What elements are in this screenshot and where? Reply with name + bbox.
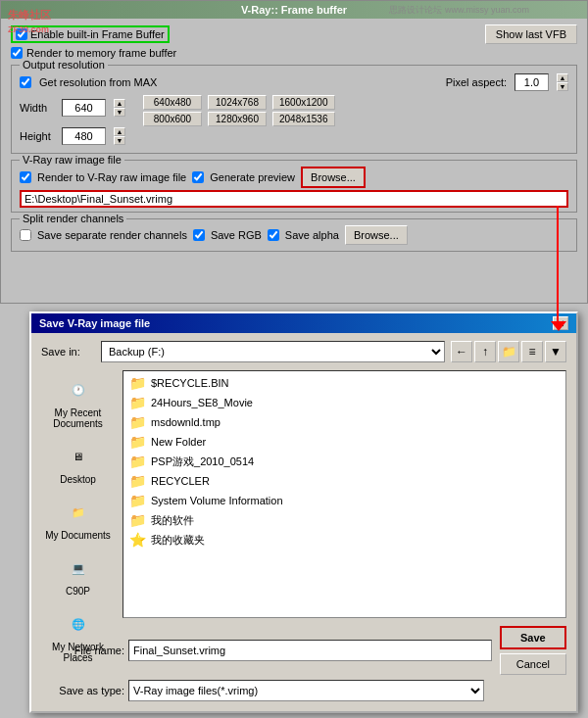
tools-button[interactable]: ▼ xyxy=(545,341,566,362)
file-name-msdownld: msdownld.tmp xyxy=(151,416,220,428)
new-folder-button[interactable]: 📁 xyxy=(498,341,519,362)
save-rgb-checkbox[interactable] xyxy=(193,229,205,241)
file-item-new-folder[interactable]: 📁 New Folder xyxy=(125,432,564,452)
render-to-raw-checkbox[interactable] xyxy=(20,171,31,183)
sidebar-item-desktop[interactable]: 🖥 Desktop xyxy=(41,437,115,489)
save-separate-checkbox[interactable] xyxy=(20,229,31,241)
sidebar-item-recent[interactable]: 🕐 My RecentDocuments xyxy=(41,370,115,433)
width-input[interactable] xyxy=(62,99,106,117)
show-vfb-button[interactable]: Show last VFB xyxy=(485,24,577,44)
file-item-system-volume[interactable]: 📁 System Volume Information xyxy=(125,491,564,510)
path-input-row xyxy=(20,190,568,208)
file-item-msdownld[interactable]: 📁 msdownld.tmp xyxy=(125,412,564,432)
file-item-psp[interactable]: 📁 PSP游戏_2010_0514 xyxy=(125,452,564,471)
width-up[interactable]: ▲ xyxy=(114,99,125,108)
resolution-presets: 640x480 1024x768 1600x1200 800x600 1280x… xyxy=(143,95,335,149)
save-type-select[interactable]: V-Ray image files(*.vrimg) xyxy=(128,680,484,701)
preset-1280x960[interactable]: 1280x960 xyxy=(208,112,267,126)
raw-image-options-row: Render to V-Ray raw image file Generate … xyxy=(20,167,568,188)
watermark-top-right: 思路设计论坛 www.missy yuan.com xyxy=(389,4,529,17)
sidebar-mydocs-label: My Documents xyxy=(45,530,111,541)
save-type-label: Save as type: xyxy=(41,685,124,696)
file-item-24hours[interactable]: 📁 24Hours_SE8_Movie xyxy=(125,393,564,412)
folder-icon-system-volume: 📁 xyxy=(129,493,145,508)
file-item-favorites[interactable]: ⭐ 我的收藏夹 xyxy=(125,530,564,550)
up-folder-button[interactable]: ↑ xyxy=(474,341,496,362)
resolution-top-row: Get resolution from MAX Pixel aspect: ▲ … xyxy=(20,73,568,91)
back-button[interactable]: ← xyxy=(451,341,472,362)
watermark-sub: ZF30.com xyxy=(8,24,49,34)
pixel-aspect-label: Pixel aspect: xyxy=(446,76,507,88)
browse-split-button[interactable]: Browse... xyxy=(345,225,408,245)
sidebar-item-mydocs[interactable]: 📁 My Documents xyxy=(41,493,115,545)
preset-640x480[interactable]: 640x480 xyxy=(143,95,202,110)
preset-row-2: 800x600 1280x960 2048x1536 xyxy=(143,112,335,126)
preset-2048x1536[interactable]: 2048x1536 xyxy=(272,112,335,126)
save-alpha-label: Save alpha xyxy=(285,229,339,241)
file-name-favorites: 我的收藏夹 xyxy=(151,533,205,548)
file-name-psp: PSP游戏_2010_0514 xyxy=(151,455,254,469)
pixel-aspect-input[interactable] xyxy=(514,73,549,91)
save-in-select[interactable]: Backup (F:) xyxy=(101,341,445,362)
height-down[interactable]: ▼ xyxy=(114,136,125,145)
height-row: Height ▲ ▼ xyxy=(20,127,125,145)
sidebar-panel: 🕐 My RecentDocuments 🖥 Desktop 📁 My Docu… xyxy=(41,370,115,618)
c90p-icon: 💻 xyxy=(63,552,94,584)
split-render-label: Split render channels xyxy=(20,213,126,224)
generate-preview-label: Generate preview xyxy=(210,171,295,183)
preset-row-1: 640x480 1024x768 1600x1200 xyxy=(143,95,335,110)
height-input[interactable] xyxy=(62,127,106,145)
split-render-row: Save separate render channels Save RGB S… xyxy=(20,225,568,245)
file-item-my-software[interactable]: 📁 我的软件 xyxy=(125,510,564,530)
render-memory-checkbox[interactable] xyxy=(11,47,23,59)
dialog-content-area: 🕐 My RecentDocuments 🖥 Desktop 📁 My Docu… xyxy=(41,370,566,618)
save-alpha-checkbox[interactable] xyxy=(268,229,279,241)
get-resolution-checkbox[interactable] xyxy=(20,76,31,88)
file-item-recycle-bin[interactable]: 📁 $RECYCLE.BIN xyxy=(125,373,564,393)
red-arrow-line xyxy=(557,206,559,323)
generate-preview-checkbox[interactable] xyxy=(192,171,204,183)
raw-image-section: V-Ray raw image file Render to V-Ray raw… xyxy=(11,160,577,213)
output-resolution-label: Output resolution xyxy=(20,59,108,71)
watermark-site: 朱峰社区 xyxy=(8,9,51,21)
folder-icon-my-software: 📁 xyxy=(129,512,145,528)
vray-frame-buffer-panel: V-Ray:: Frame buffer Enable built-in Fra… xyxy=(0,0,588,304)
dialog-title: Save V-Ray image file xyxy=(39,317,150,329)
sidebar-recent-label: My RecentDocuments xyxy=(53,407,103,429)
preset-800x600[interactable]: 800x600 xyxy=(143,112,202,126)
file-name-label: File name: xyxy=(41,645,124,656)
red-arrow-head xyxy=(551,321,566,331)
get-resolution-label: Get resolution from MAX xyxy=(39,76,157,88)
folder-icon-recycle: 📁 xyxy=(129,375,145,391)
render-to-raw-label: Render to V-Ray raw image file xyxy=(37,171,186,183)
file-name-new-folder: New Folder xyxy=(151,436,206,448)
cancel-button[interactable]: Cancel xyxy=(500,653,566,675)
render-memory-label: Render to memory frame buffer xyxy=(26,47,176,59)
save-button[interactable]: Save xyxy=(500,626,566,649)
sidebar-item-c90p[interactable]: 💻 C90P xyxy=(41,549,115,600)
file-name-input[interactable] xyxy=(128,640,492,661)
file-item-recycler[interactable]: 📁 RECYCLER xyxy=(125,471,564,491)
split-render-section: Split render channels Save separate rend… xyxy=(11,218,577,252)
folder-icon-msdownld: 📁 xyxy=(129,414,145,430)
pixel-aspect-down[interactable]: ▼ xyxy=(557,82,568,91)
height-label: Height xyxy=(20,130,54,142)
preset-1024x768[interactable]: 1024x768 xyxy=(208,95,267,110)
view-button[interactable]: ≡ xyxy=(521,341,543,362)
width-down[interactable]: ▼ xyxy=(114,108,125,117)
footer-buttons: Save Cancel xyxy=(500,626,566,675)
file-name-recycle-bin: $RECYCLE.BIN xyxy=(151,377,228,389)
pixel-aspect-up[interactable]: ▲ xyxy=(557,73,568,82)
browse-raw-button[interactable]: Browse... xyxy=(301,167,366,188)
watermark-logo: 朱峰社区 ZF30.com xyxy=(8,8,51,34)
folder-icon-24hours: 📁 xyxy=(129,395,145,410)
toolbar-icons: ← ↑ 📁 ≡ ▼ xyxy=(451,341,566,362)
preset-1600x1200[interactable]: 1600x1200 xyxy=(272,95,335,110)
height-up[interactable]: ▲ xyxy=(114,127,125,136)
file-list[interactable]: 📁 $RECYCLE.BIN 📁 24Hours_SE8_Movie 📁 msd… xyxy=(122,370,566,618)
sidebar-c90p-label: C90P xyxy=(66,586,90,597)
raw-path-input[interactable] xyxy=(20,190,568,208)
width-row: Width ▲ ▼ xyxy=(20,99,125,117)
output-resolution-section: Output resolution Get resolution from MA… xyxy=(11,65,577,154)
desktop-icon: 🖥 xyxy=(63,441,94,472)
